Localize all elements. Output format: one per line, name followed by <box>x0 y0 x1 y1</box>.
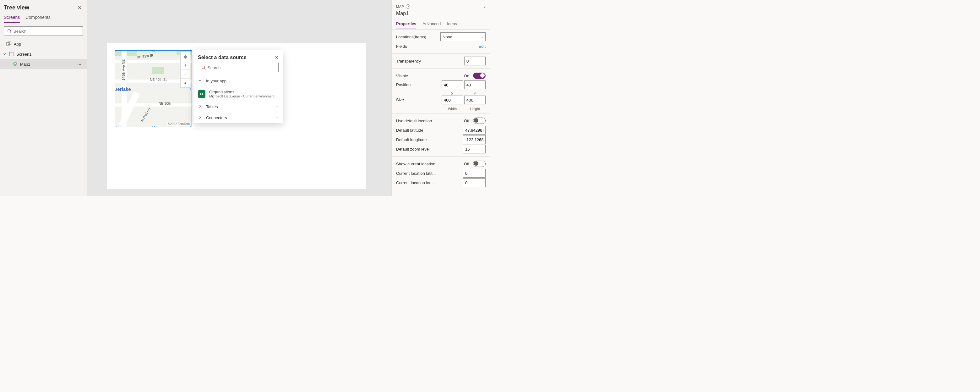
size-height-input[interactable] <box>464 96 485 104</box>
visible-label: Visible <box>396 73 461 78</box>
screen-icon <box>9 51 14 57</box>
tree-item-label: Map1 <box>20 62 75 67</box>
data-source-section-connectors[interactable]: Connectors ⋯ <box>194 112 283 123</box>
data-source-search-input[interactable] <box>208 65 278 70</box>
map-road-label: 148th Ave NE <box>122 59 125 80</box>
tree-item-label: App <box>14 42 84 46</box>
tree-search[interactable] <box>4 26 83 36</box>
default-zoom-input[interactable] <box>463 145 485 153</box>
default-longitude-label: Default longitude <box>396 137 460 142</box>
tab-ideas[interactable]: Ideas <box>447 21 457 29</box>
property-tabs: Properties Advanced Ideas <box>392 18 490 30</box>
screen-canvas[interactable]: 148th Ave NE NE 51st St NE 40th St NE 30… <box>107 43 366 189</box>
svg-point-6 <box>202 66 205 69</box>
locations-select[interactable]: None ⌄ <box>441 32 485 41</box>
dataverse-icon <box>198 90 205 98</box>
resize-handle[interactable] <box>190 88 192 90</box>
help-icon[interactable]: ? <box>406 5 410 9</box>
svg-rect-4 <box>10 52 13 56</box>
search-icon <box>7 29 12 33</box>
tree-item-screen[interactable]: Screen1 <box>0 49 87 59</box>
resize-handle[interactable] <box>190 50 192 52</box>
default-latitude-input[interactable] <box>463 126 485 135</box>
transparency-label: Transparency <box>396 59 461 64</box>
section-label: In your app <box>206 78 278 83</box>
section-label: Connectors <box>206 115 270 120</box>
chevron-down-icon[interactable] <box>3 52 6 56</box>
data-source-search[interactable] <box>198 63 278 72</box>
position-y-input[interactable] <box>464 80 485 89</box>
default-latitude-label: Default latitude <box>396 128 460 133</box>
tree-item-label: Screen1 <box>16 52 84 57</box>
close-icon[interactable]: ✕ <box>78 5 82 11</box>
visible-toggle[interactable] <box>473 73 485 79</box>
tree-list: App Screen1 Map1 ⋯ <box>0 39 87 196</box>
fields-label: Fields <box>396 44 476 49</box>
map-control[interactable]: 148th Ave NE NE 51st St NE 40th St NE 30… <box>115 50 192 127</box>
map-compass-button[interactable]: ◆ <box>181 52 190 61</box>
tree-item-map[interactable]: Map1 ⋯ <box>0 59 87 69</box>
tab-advanced[interactable]: Advanced <box>422 21 441 29</box>
map-zoom-out-button[interactable]: − <box>181 70 190 78</box>
fields-edit-link[interactable]: Edit <box>479 44 485 49</box>
current-latitude-label: Current location latit... <box>396 171 460 176</box>
close-icon[interactable]: ✕ <box>275 55 278 60</box>
control-type-label: MAP ? <box>396 5 410 9</box>
data-source-item-subtitle: Microsoft Dataverse - Current environmen… <box>209 94 278 98</box>
resize-handle[interactable] <box>190 126 192 127</box>
position-label: Position <box>396 80 439 87</box>
chevron-down-icon <box>198 78 202 83</box>
position-caption-y: Y <box>464 92 485 96</box>
tree-tabs: Screens Components <box>0 12 87 23</box>
more-icon[interactable]: ⋯ <box>77 62 84 67</box>
map-attribution: ©2022 TomTom <box>167 122 190 126</box>
map-road-label: NE 30th <box>159 102 171 105</box>
data-source-section-inapp[interactable]: In your app <box>194 75 283 86</box>
section-label: Tables <box>206 104 270 109</box>
chevron-right-icon[interactable]: › <box>484 4 485 10</box>
resize-handle[interactable] <box>152 50 155 52</box>
size-width-input[interactable] <box>442 96 463 104</box>
transparency-input[interactable] <box>464 57 485 65</box>
tab-screens[interactable]: Screens <box>4 15 20 23</box>
tree-item-app[interactable]: App <box>0 39 87 49</box>
default-zoom-label: Default zoom level <box>396 147 460 151</box>
chevron-right-icon <box>198 104 202 109</box>
default-longitude-input[interactable] <box>463 135 485 144</box>
map-place-label: verlake <box>115 86 131 92</box>
app-icon <box>6 41 11 46</box>
chevron-right-icon <box>198 115 202 120</box>
map-pitch-button[interactable]: ▲ <box>181 78 190 88</box>
data-source-title: Select a data source <box>198 55 247 61</box>
chevron-down-icon: ⌄ <box>480 35 484 39</box>
map-zoom-in-button[interactable]: ＋ <box>181 61 190 70</box>
more-icon[interactable]: ⋯ <box>274 104 278 109</box>
tree-view-title: Tree view <box>4 5 29 11</box>
control-name: Map1 <box>396 11 485 16</box>
position-caption-x: X <box>442 92 463 96</box>
map-controls: ◆ ＋ − ▲ <box>180 52 190 88</box>
search-icon <box>201 65 206 70</box>
current-latitude-input[interactable] <box>463 169 485 178</box>
resize-handle[interactable] <box>115 88 116 90</box>
more-icon[interactable]: ⋯ <box>274 115 278 120</box>
map-icon <box>13 62 18 67</box>
resize-handle[interactable] <box>115 126 116 127</box>
tab-components[interactable]: Components <box>25 15 50 23</box>
use-default-location-toggle[interactable] <box>473 118 485 124</box>
current-longitude-input[interactable] <box>463 178 485 187</box>
position-x-input[interactable] <box>442 80 463 89</box>
tab-properties[interactable]: Properties <box>396 21 416 29</box>
resize-handle[interactable] <box>152 126 155 127</box>
show-current-location-toggle[interactable] <box>473 161 485 167</box>
data-source-item-organizations[interactable]: Organizations Microsoft Dataverse - Curr… <box>194 86 283 101</box>
show-current-location-label: Show current location <box>396 162 461 166</box>
data-source-popup: Select a data source ✕ In your app Organ… <box>194 50 283 123</box>
svg-point-5 <box>14 63 16 64</box>
design-canvas[interactable]: 148th Ave NE NE 51st St NE 40th St NE 30… <box>87 0 391 196</box>
size-caption-w: Width <box>442 107 463 111</box>
data-source-section-tables[interactable]: Tables ⋯ <box>194 101 283 112</box>
tree-search-input[interactable] <box>14 29 83 33</box>
map-road-label: NE 40th St <box>150 78 167 81</box>
size-label: Size <box>396 96 439 102</box>
